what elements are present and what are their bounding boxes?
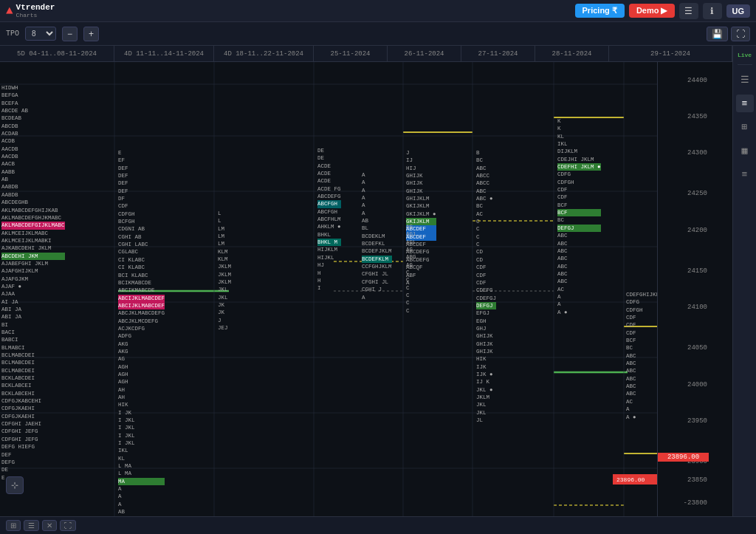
sidebar-icon-list[interactable]: ☰ xyxy=(736,71,754,89)
price-24200: 24200 xyxy=(687,227,707,234)
date-col-1: 5D 04-11..08-11-2024 xyxy=(0,46,114,61)
profile-col-3: L L LM LM LM KLM KLM JKLM JKLM JKLM JKL … xyxy=(218,210,231,332)
logo-icon: ▲ xyxy=(6,4,13,18)
price-24150: 24150 xyxy=(687,267,707,275)
logo: ▲ Vtrender Charts xyxy=(6,3,55,18)
price-24050: 24050 xyxy=(687,344,707,352)
price-23850: 23850 xyxy=(687,476,707,484)
save-button[interactable]: 💾 xyxy=(707,27,728,41)
profile-col-1: HIDWH BEFGA BCEFA ABCDE AB BCDEAB ABCDB … xyxy=(1,84,65,482)
chart-area[interactable]: 5D 04-11..08-11-2024 4D 11-11..14-11-202… xyxy=(0,46,732,516)
svg-rect-27 xyxy=(613,474,661,485)
profile-col-6: B BC ABC ABCC ABCC ABC ABC ● BC AC C C C… xyxy=(476,149,496,424)
topbar: ▲ Vtrender Charts Pricing ₹ Demo ▶ ☰ ℹ U… xyxy=(0,0,756,22)
bottom-toolbar: ⊞ ☰ ✕ ⛶ xyxy=(0,516,756,534)
profile-col-5b: AG AGl AGL AG ABG AG C C C C C C xyxy=(406,223,416,315)
price-axis: 24400 24350 24300 24250 24200 24150 2410… xyxy=(657,62,709,516)
date-col-5: 26-11-2024 xyxy=(388,46,461,61)
live-label: Live xyxy=(738,52,752,58)
bottom-fullscreen-button[interactable]: ⛶ xyxy=(60,520,76,531)
date-col-3: 4D 18-11..22-11-2024 xyxy=(214,46,314,61)
price-23950: 23950 xyxy=(687,417,707,425)
tpo-plus-button[interactable]: + xyxy=(83,27,99,41)
svg-text:23896.00: 23896.00 xyxy=(616,476,645,483)
tpo-select[interactable]: 8 5 10 xyxy=(25,27,56,41)
sidebar-icon-menu[interactable]: ≡ xyxy=(736,95,754,112)
profile-col-2: E EF DEF DEF DEF DEF DF CDF CDFGH BCFGH … xyxy=(118,149,165,516)
logo-name: Vtrender xyxy=(16,3,55,12)
topbar-left: ▲ Vtrender Charts xyxy=(6,3,55,18)
price-24350: 24350 xyxy=(687,113,707,120)
bottom-close-button[interactable]: ✕ xyxy=(42,520,57,531)
date-col-7: 28-11-2024 xyxy=(535,46,609,61)
main-area: 5D 04-11..08-11-2024 4D 11-11..14-11-202… xyxy=(0,46,756,516)
price-24100: 24100 xyxy=(687,304,707,311)
date-col-6: 27-11-2024 xyxy=(461,46,535,61)
bottom-grid-button[interactable]: ⊞ xyxy=(6,520,21,531)
sidebar-divider-1 xyxy=(738,64,752,65)
sidebar-icon-grid[interactable]: ⊞ xyxy=(736,118,754,136)
date-col-4: 25-11-2024 xyxy=(314,46,388,61)
right-sidebar: Live ☰ ≡ ⊞ ▦ ≡ xyxy=(732,46,756,516)
profile-col-4b: A A A A A A AB BL BCDEKLM BCDEFKL BCDEFJ… xyxy=(362,171,392,301)
crosshair-button[interactable]: ⊹ xyxy=(6,476,24,494)
sidebar-icon-blocks[interactable]: ▦ xyxy=(736,142,754,160)
toolbar: TPO 8 5 10 − + 💾 ⛶ xyxy=(0,22,756,46)
date-col-8: 29-11-2024 xyxy=(609,46,732,61)
price-23800: -23800 xyxy=(684,499,707,507)
price-24400: 24400 xyxy=(687,77,707,84)
menu-button[interactable]: ☰ xyxy=(679,3,698,19)
fullscreen-button[interactable]: ⛶ xyxy=(731,27,750,41)
current-price-label: 23896.00 xyxy=(658,453,709,462)
demo-button[interactable]: Demo ▶ xyxy=(629,4,675,18)
price-24000: 24000 xyxy=(687,381,707,388)
tpo-minus-button[interactable]: − xyxy=(62,27,78,41)
date-col-2: 4D 11-11..14-11-2024 xyxy=(114,46,214,61)
pricing-button[interactable]: Pricing ₹ xyxy=(575,4,625,18)
logo-sub: Charts xyxy=(16,13,55,18)
date-header: 5D 04-11..08-11-2024 4D 11-11..14-11-202… xyxy=(0,46,732,62)
profile-col-4: DE DE ACDE ACDE ACDE ACDE FG ABCDEFG ABC… xyxy=(317,147,341,292)
price-24250: 24250 xyxy=(687,190,707,197)
logo-text-wrap: Vtrender Charts xyxy=(16,3,55,18)
sidebar-icon-bars[interactable]: ≡ xyxy=(736,165,754,183)
toolbar-right: 💾 ⛶ xyxy=(707,27,750,41)
user-button[interactable]: UG xyxy=(726,4,751,18)
profile-col-7: K K KL IKL DIJKLM CDEJHI JKLM CDEFHI JKL… xyxy=(557,117,601,316)
topbar-right: Pricing ₹ Demo ▶ ☰ ℹ UG xyxy=(575,3,750,19)
chart-wrapper: 23896.00 HIDWH BEFGA BCEFA ABCDE AB BCDE… xyxy=(0,62,681,516)
info-button[interactable]: ℹ xyxy=(703,3,722,19)
tpo-label: TPO xyxy=(6,30,19,38)
price-24300: 24300 xyxy=(687,149,707,157)
bottom-list-button[interactable]: ☰ xyxy=(24,520,39,531)
